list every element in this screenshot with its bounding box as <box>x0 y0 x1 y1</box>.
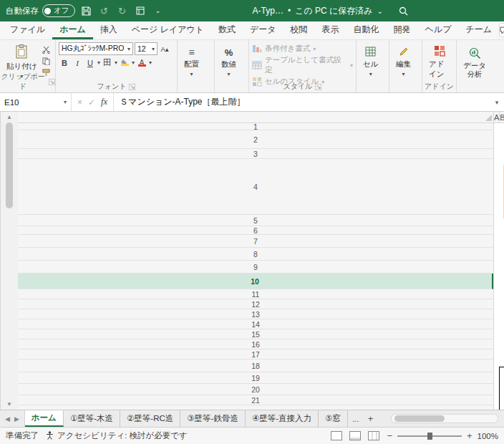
tab-team[interactable]: チーム <box>458 21 499 39</box>
font-name-select[interactable]: HG丸ｺﾞｼｯｸM-PRO▾ <box>59 42 133 55</box>
page-layout-view-icon[interactable] <box>349 431 361 440</box>
autosave-toggle[interactable]: 自動保存 オフ <box>6 4 75 17</box>
conditional-formatting-button[interactable]: 条件付き書式 ▾ <box>252 44 353 54</box>
quick-command-icon[interactable] <box>134 4 147 18</box>
borders-dropdown-icon[interactable]: ▾ <box>115 59 117 66</box>
row-header-21[interactable]: 21 <box>18 395 493 405</box>
row-header-20[interactable]: 20 <box>18 384 493 395</box>
toolbar-customize-chevron-icon[interactable]: ⌄ <box>152 4 165 18</box>
cut-icon[interactable] <box>41 44 52 55</box>
title-chevron-icon[interactable]: ⌄ <box>377 7 383 15</box>
row-header-6[interactable]: 6 <box>18 226 493 235</box>
font-color-button[interactable]: A <box>136 57 147 68</box>
sheet-tabs-overflow[interactable]: ... <box>348 410 364 427</box>
select-all-button[interactable] <box>18 112 494 123</box>
borders-button[interactable]: 田 <box>102 57 113 68</box>
tab-help[interactable]: ヘルプ <box>418 21 459 39</box>
normal-view-icon[interactable] <box>331 431 342 440</box>
save-status[interactable]: この PC に保存済み <box>295 5 372 17</box>
sheet-tab-home[interactable]: ホーム <box>25 410 64 427</box>
tab-home[interactable]: ホーム <box>52 21 93 39</box>
format-as-table-button[interactable]: テーブルとして書式設定 ▾ <box>252 55 353 75</box>
row-header-14[interactable]: 14 <box>18 319 493 329</box>
row-header-9[interactable]: 9 <box>18 261 493 274</box>
vertical-scrollbar[interactable]: ▲ ▼ <box>0 112 18 410</box>
name-box-dropdown-icon[interactable]: ▾ <box>64 99 67 105</box>
row-header-1[interactable]: 1 <box>18 123 493 130</box>
insert-function-icon[interactable]: fx <box>101 97 107 107</box>
redo-icon[interactable]: ↻ <box>116 4 129 18</box>
row-header-13[interactable]: 13 <box>18 309 493 319</box>
copy-icon[interactable] <box>41 56 52 67</box>
zoom-level[interactable]: 100% <box>478 432 498 440</box>
tab-insert[interactable]: 挿入 <box>93 21 125 39</box>
column-header-a[interactable]: A <box>494 112 500 123</box>
fill-color-button[interactable] <box>119 57 130 68</box>
formula-input[interactable]: Ｓマンション-A-Type［最上階］ <box>114 93 490 111</box>
vertical-scroll-thumb[interactable] <box>6 122 13 208</box>
page-break-view-icon[interactable] <box>368 431 379 440</box>
zoom-out-icon[interactable]: − <box>387 430 392 441</box>
row-header-2[interactable]: 2 <box>18 130 493 149</box>
sheet-tab-wall-rc[interactable]: ②壁等-RC造 <box>120 410 180 427</box>
underline-button[interactable]: U <box>84 57 96 68</box>
row-header-15[interactable]: 15 <box>18 329 493 339</box>
row-header-7[interactable]: 7 <box>18 235 493 248</box>
formula-bar-expand-icon[interactable]: ▾ <box>490 93 504 111</box>
increase-font-size-button[interactable]: A▴ <box>159 44 170 54</box>
tab-automate[interactable]: 自動化 <box>346 21 387 39</box>
underline-dropdown-icon[interactable]: ▾ <box>97 59 100 66</box>
row-header-19[interactable]: 19 <box>18 372 493 384</box>
italic-button[interactable]: I <box>72 57 83 68</box>
sheet-tab-wall-direct[interactable]: ④壁等-直接入力 <box>246 410 319 427</box>
sheet-tab-wall-steel[interactable]: ③壁等-鉄骨造 <box>180 410 246 427</box>
name-box[interactable]: E10 ▾ <box>0 93 72 111</box>
tab-file[interactable]: ファイル <box>3 21 52 39</box>
font-dialog-launcher-icon[interactable]: ↘ <box>129 84 135 90</box>
tab-developer[interactable]: 開発 <box>387 21 418 39</box>
row-header-17[interactable]: 17 <box>18 349 493 359</box>
scroll-down-icon[interactable]: ▼ <box>6 399 12 410</box>
comments-button[interactable] <box>499 23 504 37</box>
row-header-18[interactable]: 18 <box>18 359 493 372</box>
cells-button[interactable]: セル ▾ <box>359 42 382 82</box>
horizontal-scroll-thumb[interactable] <box>394 415 445 422</box>
addins-button[interactable]: アドイン <box>425 42 453 82</box>
undo-icon[interactable]: ↺ <box>98 4 111 18</box>
sheet-tab-window[interactable]: ⑤窓 <box>319 410 348 427</box>
font-color-dropdown-icon[interactable]: ▾ <box>149 59 152 66</box>
tab-view[interactable]: 表示 <box>315 21 346 39</box>
row-header-8[interactable]: 8 <box>18 248 493 261</box>
editing-button[interactable]: 編集 ▾ <box>392 42 415 82</box>
zoom-in-icon[interactable]: + <box>467 430 472 441</box>
bold-button[interactable]: B <box>59 57 70 68</box>
row-header-3[interactable]: 3 <box>18 149 493 159</box>
save-icon[interactable] <box>80 4 93 18</box>
styles-dialog-launcher-icon[interactable]: ↘ <box>315 84 321 90</box>
sheet-tab-wall-wood[interactable]: ①壁等-木造 <box>64 410 120 427</box>
row-header-12[interactable]: 12 <box>18 299 493 309</box>
column-header-b[interactable]: B <box>500 112 504 123</box>
row-header-4[interactable]: 4 <box>18 159 493 215</box>
cancel-entry-icon[interactable]: × <box>77 97 82 107</box>
next-sheet-icon[interactable]: ▶ <box>14 415 19 423</box>
clipboard-dialog-launcher-icon[interactable]: ↘ <box>49 79 55 85</box>
previous-sheet-icon[interactable]: ◀ <box>5 415 10 423</box>
row-header-5[interactable]: 5 <box>18 215 493 226</box>
search-icon[interactable] <box>397 4 410 18</box>
row-header-10[interactable]: 10 <box>18 274 493 289</box>
tab-page-layout[interactable]: ページ レイアウト <box>125 21 211 39</box>
fill-color-dropdown-icon[interactable]: ▾ <box>132 59 135 66</box>
tab-data[interactable]: データ <box>243 21 284 39</box>
accessibility-status[interactable]: アクセシビリティ: 検討が必要です <box>46 430 188 441</box>
row-header-11[interactable]: 11 <box>18 289 493 299</box>
zoom-slider[interactable] <box>397 435 462 437</box>
row-header-16[interactable]: 16 <box>18 339 493 349</box>
new-sheet-button[interactable]: + <box>363 410 377 427</box>
font-size-select[interactable]: 12▾ <box>135 42 158 55</box>
alignment-button[interactable]: ≡ 配置 ▾ <box>180 42 203 82</box>
zoom-slider-thumb[interactable] <box>427 433 432 440</box>
tab-formulas[interactable]: 数式 <box>211 21 243 39</box>
tab-review[interactable]: 校閲 <box>284 21 315 39</box>
horizontal-scrollbar[interactable] <box>391 414 498 423</box>
